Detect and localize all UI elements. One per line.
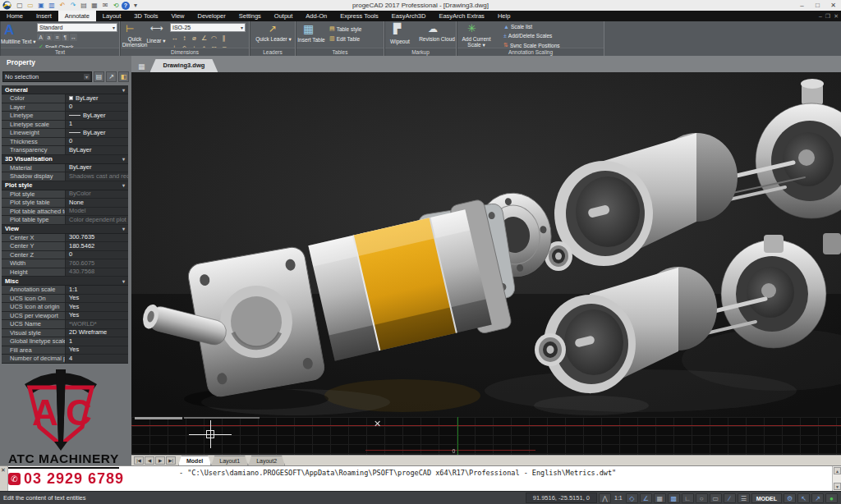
section-misc[interactable]: Misc▾ bbox=[2, 277, 128, 286]
undo-icon[interactable]: ↶ bbox=[57, 1, 67, 10]
text-tool-icon[interactable]: ≡ bbox=[53, 34, 61, 41]
quick-select-icon[interactable]: ▤ bbox=[94, 71, 104, 82]
first-tab-button[interactable]: |◀ bbox=[134, 456, 144, 465]
text-tool-icon[interactable]: ↔ bbox=[70, 34, 77, 41]
section-view[interactable]: View▾ bbox=[2, 225, 128, 234]
tab-help[interactable]: Help bbox=[491, 11, 517, 21]
dim-tool-icon[interactable]: ∥ bbox=[219, 34, 228, 43]
add-current-scale-button[interactable]: Add Current Scale ▾ bbox=[457, 36, 495, 48]
select-objects-icon[interactable]: ↗ bbox=[106, 71, 117, 82]
mdi-close-button[interactable]: ✕ bbox=[834, 13, 839, 20]
property-value[interactable]: ByLayer bbox=[66, 164, 128, 172]
open-file-icon[interactable]: ▭ bbox=[25, 1, 35, 10]
text-style-dropdown[interactable]: Standard▾ bbox=[37, 23, 117, 32]
sync-icon[interactable]: ⟲ bbox=[111, 1, 121, 10]
tab-insert[interactable]: Insert bbox=[30, 11, 58, 21]
property-value[interactable]: Yes bbox=[66, 303, 128, 311]
dynamic-input-icon[interactable]: ∕ bbox=[724, 493, 736, 503]
dim-tool-icon[interactable]: ⌀ bbox=[190, 34, 199, 43]
dim-tool-icon[interactable]: ∠ bbox=[200, 34, 209, 43]
property-value[interactable]: 0 bbox=[66, 103, 128, 112]
property-value[interactable]: ByLayer bbox=[66, 112, 128, 120]
tab-home[interactable]: Home bbox=[0, 11, 30, 21]
text-tool-icon[interactable]: ¶ bbox=[62, 34, 69, 41]
last-tab-button[interactable]: ▶| bbox=[166, 456, 176, 465]
minimize-button[interactable]: – bbox=[794, 1, 810, 11]
quick-leader-button[interactable]: Quick Leader ▾ bbox=[250, 36, 296, 42]
multiline-text-button[interactable]: Multiline Text ▾ bbox=[1, 39, 34, 44]
tab-layout2[interactable]: Layout2 bbox=[248, 456, 285, 465]
scroll-up-icon[interactable]: ▲ bbox=[834, 467, 841, 474]
section-plot-style[interactable]: Plot style▾ bbox=[2, 181, 128, 190]
property-value[interactable]: 300.7635 bbox=[66, 234, 128, 242]
plot-preview-icon[interactable]: ▤ bbox=[79, 1, 89, 10]
property-value[interactable]: 1 bbox=[66, 121, 128, 129]
scale-list-button[interactable]: ▲ Scale list bbox=[503, 24, 532, 30]
property-value[interactable]: Yes bbox=[66, 312, 128, 320]
property-value[interactable]: ByLayer bbox=[66, 146, 128, 154]
annotation-scale-icon[interactable]: ⋀ bbox=[599, 493, 611, 503]
save-icon[interactable]: ▣ bbox=[36, 1, 46, 10]
mdi-restore-button[interactable]: ❐ bbox=[825, 13, 830, 20]
linear-dimension-button[interactable]: Linear ▾ bbox=[144, 38, 168, 44]
layers-icon[interactable]: ☰ bbox=[738, 493, 750, 503]
etransmit-icon[interactable]: ✉ bbox=[100, 1, 110, 10]
table-style-button[interactable]: ▤ Table style bbox=[329, 25, 361, 32]
save-as-icon[interactable]: ▥ bbox=[47, 1, 57, 10]
online-status-icon[interactable]: ● bbox=[825, 493, 838, 503]
next-tab-button[interactable]: ▶ bbox=[155, 456, 165, 465]
dim-tool-icon[interactable]: ◠ bbox=[209, 34, 218, 43]
progecad-logo-icon[interactable] bbox=[2, 1, 12, 10]
insert-table-button[interactable]: Insert Table bbox=[296, 37, 326, 43]
tab-settings[interactable]: Settings bbox=[232, 11, 268, 21]
osnap-icon[interactable]: ○ bbox=[696, 493, 708, 503]
property-value[interactable]: 180.5462 bbox=[66, 242, 128, 250]
property-value[interactable]: None bbox=[66, 199, 128, 207]
dim-tool-icon[interactable]: ↕ bbox=[180, 34, 189, 43]
selection-dropdown[interactable]: No selection▾ bbox=[2, 71, 92, 82]
add-delete-scales-button[interactable]: ± Add/Delete Scales bbox=[503, 33, 552, 39]
model-space-toggle[interactable]: MODEL bbox=[751, 493, 782, 503]
property-value[interactable]: 4 bbox=[66, 355, 128, 363]
mdi-minimize-button[interactable]: – bbox=[819, 13, 822, 19]
section-3d-visualisation[interactable]: 3D Visualisation▾ bbox=[2, 155, 128, 164]
tab-layout1[interactable]: Layout1 bbox=[211, 456, 248, 465]
close-icon[interactable]: ✕ bbox=[1, 467, 6, 474]
command-line-scrollbar[interactable]: ▲ ▼ bbox=[832, 466, 841, 491]
prev-tab-button[interactable]: ◀ bbox=[145, 456, 154, 465]
quick-props-icon[interactable]: ▭ bbox=[710, 493, 722, 503]
tab-layout[interactable]: Layout bbox=[96, 11, 128, 21]
annotation-scale-value[interactable]: 1:1 bbox=[613, 495, 624, 501]
redo-icon[interactable]: ↷ bbox=[68, 1, 78, 10]
wipeout-button[interactable]: Wipeout bbox=[385, 39, 415, 44]
grid-viewport[interactable]: 0 ✕ bbox=[131, 417, 841, 455]
tab-express-tools[interactable]: Express Tools bbox=[333, 11, 385, 21]
coordinate-display[interactable]: 91.9516, -25.5151, 0 bbox=[526, 493, 597, 503]
scroll-down-icon[interactable]: ▼ bbox=[834, 483, 841, 490]
new-file-icon[interactable]: ▢ bbox=[15, 1, 25, 10]
drawing-grid-icon[interactable]: ▦ bbox=[138, 62, 145, 71]
command-line-window[interactable]: ✕ - "C:\Users\damiano.PROGESOFT\AppData\… bbox=[0, 465, 841, 491]
tab-output[interactable]: Output bbox=[268, 11, 300, 21]
tab-annotate[interactable]: Annotate bbox=[58, 11, 96, 21]
tab-add-on[interactable]: Add-On bbox=[299, 11, 333, 21]
property-value[interactable]: 1 bbox=[66, 337, 128, 346]
property-value[interactable]: Yes bbox=[66, 295, 128, 303]
property-value[interactable]: 0 bbox=[66, 138, 128, 146]
tab-view[interactable]: View bbox=[164, 11, 191, 21]
property-value[interactable]: Yes bbox=[66, 346, 128, 355]
dim-tool-icon[interactable]: ↔ bbox=[170, 34, 179, 43]
close-button[interactable]: ✕ bbox=[825, 1, 841, 11]
text-tool-icon[interactable]: A bbox=[37, 34, 44, 41]
settings-gear-icon[interactable]: ⚙ bbox=[784, 493, 796, 503]
grid-icon[interactable]: ▩ bbox=[668, 493, 680, 503]
text-tool-icon[interactable]: a bbox=[45, 34, 53, 41]
polar-tracking-icon[interactable]: ∠ bbox=[640, 493, 652, 503]
property-value[interactable]: ByLayer bbox=[66, 129, 128, 137]
tab-developer[interactable]: Developer bbox=[191, 11, 232, 21]
section-general[interactable]: General▾ bbox=[2, 85, 128, 94]
qat-more-icon[interactable]: ▾ bbox=[131, 1, 140, 10]
cursor-select-icon[interactable]: ↖ bbox=[797, 493, 810, 503]
tab-easyarch-extras[interactable]: EasyArch Extras bbox=[432, 11, 490, 21]
property-value[interactable]: 0 bbox=[66, 251, 128, 259]
